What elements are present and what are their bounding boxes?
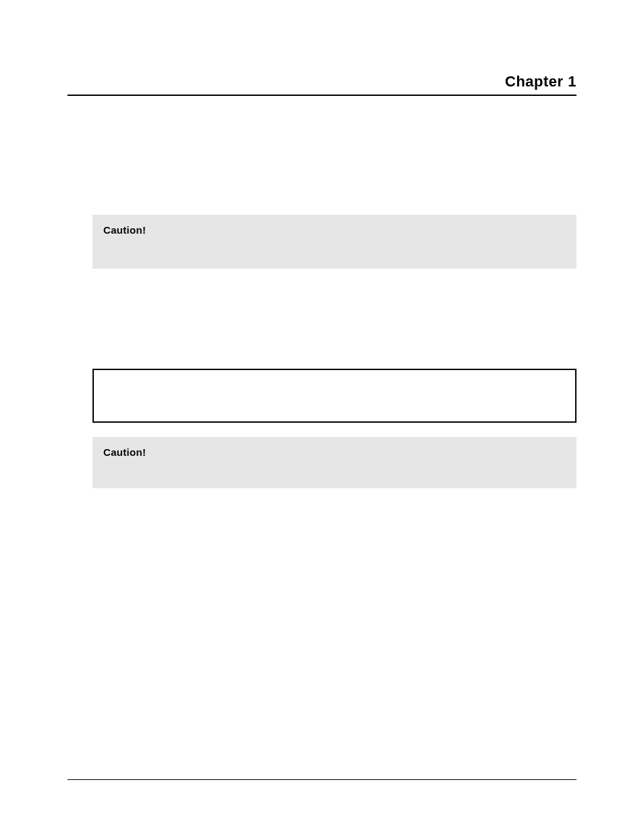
page: Chapter 1 Caution! Caution! [0,0,644,834]
caution-label-2: Caution! [103,446,146,458]
chapter-header: Chapter 1 [505,73,576,90]
caution-label-1: Caution! [103,224,146,236]
header-rule [68,95,576,96]
caution-box-1: Caution! [92,215,576,269]
footer-rule [68,779,576,780]
framed-box [92,369,576,423]
caution-box-2: Caution! [92,437,576,488]
